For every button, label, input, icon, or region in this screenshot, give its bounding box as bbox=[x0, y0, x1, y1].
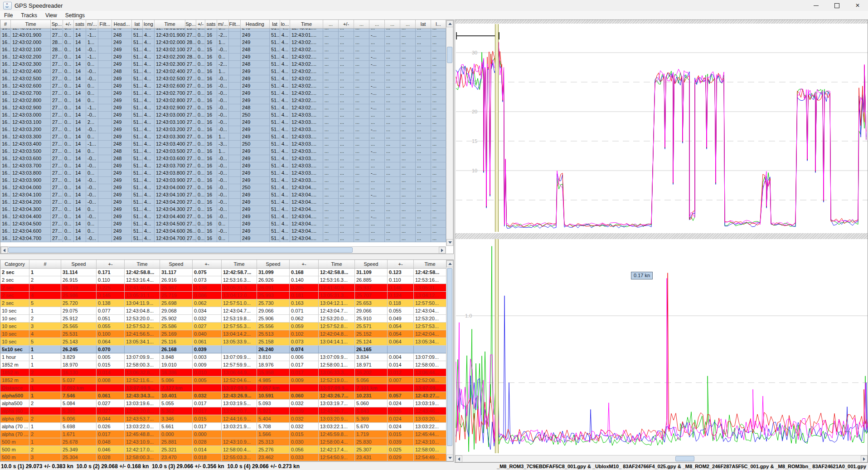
scroll-down-button[interactable] bbox=[446, 455, 453, 461]
raw-table-row[interactable]: 16...12:43:03.00027...0...14-0...24951..… bbox=[0, 112, 446, 119]
results-table-row[interactable]: 500 m325.3040.02812:58:00.3...23.4700.01… bbox=[0, 454, 446, 461]
raw-table-row[interactable]: 16...12:43:04.70027...0...14-0...24951..… bbox=[0, 235, 446, 242]
results-column-header[interactable]: +- bbox=[290, 260, 319, 268]
raw-table-row[interactable]: 16...12:43:02.20027...0...14-1...24951..… bbox=[0, 54, 446, 61]
raw-column-header[interactable]: Time bbox=[11, 20, 51, 28]
raw-table-row[interactable]: 16...12:43:03.60027...0...14-0...24851..… bbox=[0, 155, 446, 162]
raw-column-header[interactable]: Filt... bbox=[98, 20, 112, 28]
results-table-row[interactable]: 10 sec129.0750.07712:43:04.8...29.0680.0… bbox=[0, 307, 446, 315]
scroll-left-button[interactable] bbox=[456, 455, 462, 462]
raw-table-row[interactable]: 16...12:43:02.10028...0...14-0...24951..… bbox=[0, 46, 446, 54]
menu-tracks[interactable]: Tracks bbox=[17, 12, 41, 19]
results-table-row[interactable]: alpha (70 ...15.6980.02613:03:22.0...5.6… bbox=[0, 423, 446, 431]
raw-column-header[interactable]: m/... bbox=[86, 20, 98, 28]
raw-column-header[interactable]: ... bbox=[369, 20, 385, 28]
raw-table-row[interactable]: 16...12:43:03.10027...0...142...24951...… bbox=[0, 119, 446, 126]
results-table-row[interactable]: alpha (70 ...21.6710.01712:45:48.8...0.0… bbox=[0, 431, 446, 438]
raw-table-row[interactable]: 16...12:43:01.90027...0...14-1...24851..… bbox=[0, 32, 446, 39]
raw-column-header[interactable]: m/... bbox=[217, 20, 229, 28]
raw-column-header[interactable]: ... bbox=[323, 20, 339, 28]
results-column-header[interactable]: Speed bbox=[160, 260, 193, 268]
results-column-header[interactable]: Time bbox=[414, 260, 446, 268]
raw-table-row[interactable]: 16...12:43:02.50027...0...14-0...24951..… bbox=[0, 75, 446, 83]
results-table-row[interactable]: 2 sec425.9860.14513:05:31.1...25.7190.08… bbox=[0, 292, 446, 299]
raw-table-row[interactable]: 16...12:43:02.90027...0...14-1...24951..… bbox=[0, 104, 446, 112]
raw-table-row[interactable]: 16...12:43:02.30027...0...140...24951...… bbox=[0, 61, 446, 68]
results-table-row[interactable]: 10 sec425.5310.10012:41:56.5...25.1690.0… bbox=[0, 330, 446, 338]
results-column-header[interactable]: +- bbox=[193, 260, 222, 268]
results-table-row[interactable]: 10 sec225.9120.05112:53:20.0...25.9020.0… bbox=[0, 315, 446, 323]
raw-table-row[interactable]: 16...12:43:04.60027...0...140...24951...… bbox=[0, 228, 446, 235]
results-table-row[interactable]: 1852 m216.1300.01413:06:32.8...16.3860.0… bbox=[0, 369, 446, 377]
vscroll-thumb[interactable] bbox=[447, 47, 452, 63]
scroll-right-button[interactable] bbox=[861, 455, 868, 462]
raw-column-header[interactable]: +/- bbox=[63, 20, 74, 28]
error-chart[interactable]: 1.0 bbox=[455, 239, 868, 454]
results-table-row[interactable]: 1 hour13.8290.00513:07:09.9...3.8480.003… bbox=[0, 353, 446, 361]
raw-table-row[interactable]: 16...12:43:04.20027...0...14-0...24951..… bbox=[0, 199, 446, 206]
results-column-header[interactable]: Time bbox=[125, 260, 160, 268]
menu-view[interactable]: View bbox=[41, 12, 61, 19]
raw-column-header[interactable]: # bbox=[0, 20, 11, 28]
results-table-row[interactable]: alpha (60 ...15.3910.02713:03:20.8...5.3… bbox=[0, 407, 446, 415]
raw-table-row[interactable]: 16...12:43:02.70027...0...140...24951...… bbox=[0, 90, 446, 97]
results-table-vscrollbar[interactable] bbox=[446, 260, 453, 461]
menu-settings[interactable]: Settings bbox=[61, 12, 89, 19]
results-column-header[interactable]: Category bbox=[0, 260, 29, 268]
raw-column-header[interactable]: long bbox=[143, 20, 155, 28]
raw-table-row[interactable]: 16...12:43:03.30027...0...140...24951...… bbox=[0, 133, 446, 141]
scroll-right-button[interactable] bbox=[439, 247, 446, 254]
raw-column-header[interactable]: lat bbox=[132, 20, 143, 28]
results-column-header[interactable]: Time bbox=[319, 260, 355, 268]
raw-table-vscrollbar[interactable] bbox=[446, 20, 453, 246]
results-table-row[interactable]: alpha50017.5460.06112:43:34.3...10.4010.… bbox=[0, 392, 446, 400]
raw-table-row[interactable]: 16...12:43:04.50027...0...140...24951...… bbox=[0, 220, 446, 228]
raw-column-header[interactable]: Heading bbox=[241, 20, 270, 28]
results-column-header[interactable]: Speed bbox=[257, 260, 290, 268]
raw-table-row[interactable]: 16...12:43:03.50027...0...140...24851...… bbox=[0, 148, 446, 155]
results-column-header[interactable]: Speed bbox=[355, 260, 388, 268]
results-table-row[interactable]: 2 sec131.1140.17112:42:58.8...31.1170.07… bbox=[0, 269, 446, 276]
raw-column-header[interactable]: ... bbox=[354, 20, 369, 28]
raw-column-header[interactable]: sats bbox=[205, 20, 217, 28]
raw-column-header[interactable]: lat bbox=[416, 20, 431, 28]
results-column-header[interactable]: Time bbox=[222, 260, 257, 268]
results-table-row[interactable]: 10 sec525.1430.06413:05:34.1...25.1160.0… bbox=[0, 338, 446, 346]
raw-column-header[interactable]: Time bbox=[155, 20, 185, 28]
raw-table-row[interactable]: 16...12:43:04.10027...0...14-0...24951..… bbox=[0, 191, 446, 199]
raw-table-row[interactable]: 16...12:43:03.70027...0...14-0...24951..… bbox=[0, 162, 446, 170]
menu-file[interactable]: File bbox=[0, 12, 17, 19]
raw-table-row[interactable]: 16...12:43:03.40027...0...14-1...24851..… bbox=[0, 141, 446, 148]
scroll-up-button[interactable] bbox=[446, 260, 453, 267]
raw-table-row[interactable]: 16...12:43:02.60027...0...140...24951...… bbox=[0, 83, 446, 90]
raw-column-header[interactable]: Sp... bbox=[185, 20, 196, 28]
raw-table-row[interactable]: 16...12:43:03.90027...0...14-0...24951..… bbox=[0, 177, 446, 184]
raw-column-header[interactable]: Sp... bbox=[51, 20, 63, 28]
chart-splitter[interactable] bbox=[455, 233, 868, 239]
minimize-button[interactable] bbox=[805, 0, 826, 11]
results-table-row[interactable]: 1852 m118.9700.01512:58:00.3...19.0100.0… bbox=[0, 361, 446, 369]
results-table-row[interactable]: alpha (60 ...25.0060.04412:43:53.7...3.3… bbox=[0, 415, 446, 423]
raw-column-header[interactable]: +/- bbox=[196, 20, 205, 28]
raw-table-row[interactable]: 16...12:43:04.00027...0...14-0...24951..… bbox=[0, 184, 446, 191]
chart-cursor-top[interactable] bbox=[495, 24, 499, 232]
maximize-button[interactable] bbox=[826, 0, 847, 11]
raw-column-header[interactable]: ... bbox=[385, 20, 400, 28]
raw-table-row[interactable]: 16...12:43:04.40027...0...14-0...24951..… bbox=[0, 213, 446, 220]
close-button[interactable]: ✕ bbox=[847, 0, 868, 11]
hscroll-thumb[interactable] bbox=[675, 456, 694, 461]
raw-column-header[interactable]: lo... bbox=[280, 20, 290, 28]
raw-table-hscrollbar[interactable] bbox=[0, 246, 446, 254]
raw-column-header[interactable]: Head... bbox=[112, 20, 132, 28]
results-table-row[interactable]: 2 sec326.7190.22512:41:40.8...25.9670.13… bbox=[0, 284, 446, 292]
results-column-header[interactable]: # bbox=[29, 260, 61, 268]
raw-table-row[interactable]: 16...12:43:03.20027...0...14-0...24951..… bbox=[0, 126, 446, 133]
raw-table-row[interactable]: 16...12:43:03.80027...0...140...24951...… bbox=[0, 170, 446, 177]
chart-cursor-bottom[interactable] bbox=[495, 239, 499, 453]
raw-column-header[interactable]: lat bbox=[270, 20, 280, 28]
results-column-header[interactable]: Speed bbox=[61, 260, 97, 268]
results-column-header[interactable]: +- bbox=[388, 260, 414, 268]
results-table-row[interactable]: 5x10 sec126.2450.07026.1680.03926.2400.0… bbox=[0, 346, 446, 353]
raw-column-header[interactable]: sats bbox=[74, 20, 86, 28]
raw-table-row[interactable]: 16...12:43:02.40027...0...14-0...24851..… bbox=[0, 68, 446, 75]
